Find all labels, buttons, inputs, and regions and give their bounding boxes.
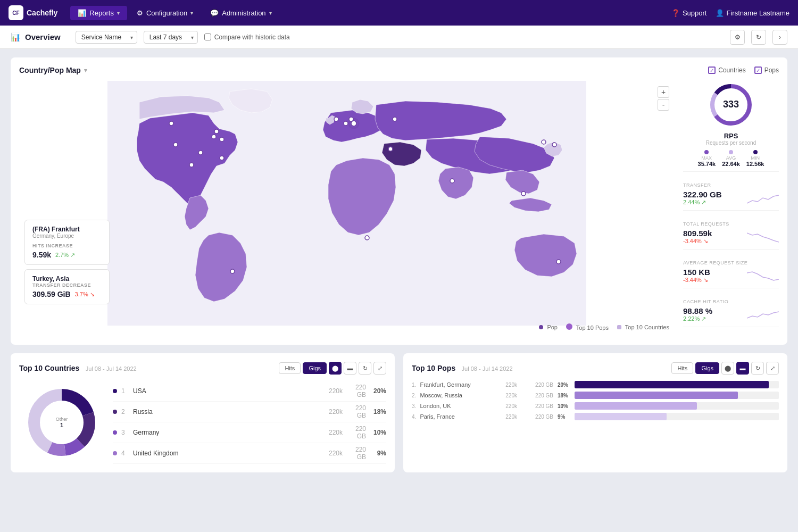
date-range-select[interactable]: Last 7 days (144, 31, 198, 44)
countries-gigs-btn[interactable]: Gigs (303, 362, 327, 374)
legend-pop: Pop (539, 324, 558, 330)
nav-item-configuration[interactable]: ⚙ Configuration ▾ (129, 6, 201, 20)
pops-bar-chart: 1. Frankfurt, Germany 220k 220 GB 20% (412, 381, 779, 420)
pop-sydney[interactable] (556, 260, 561, 264)
pop-miami[interactable] (220, 156, 224, 160)
reports-icon: 📊 (78, 9, 86, 17)
map-title[interactable]: Country/Pop Map ▾ (19, 66, 87, 74)
compare-checkbox[interactable]: Compare with historic data (204, 34, 290, 41)
table-row: 2 Russia 220k 220 GB 18% (113, 402, 386, 422)
nav-logo[interactable]: CF Cachefly (9, 5, 64, 20)
legend-pops[interactable]: Pops (754, 66, 779, 74)
countries-expand-btn[interactable]: ⤢ (373, 362, 386, 375)
countries-refresh-btn[interactable]: ↻ (359, 362, 371, 375)
overview-icon: 📊 (11, 32, 21, 42)
legend-countries[interactable]: Countries (708, 66, 745, 74)
bar-fill (575, 392, 738, 399)
pop-tokyo[interactable] (552, 143, 556, 147)
rps-title: RPS (724, 132, 738, 140)
user-menu[interactable]: 👤 Firstname Lastname (716, 9, 790, 17)
legend-countries-label: Countries (718, 66, 745, 74)
nav-item-administration[interactable]: 💬 Administration ▾ (203, 6, 279, 20)
refresh-button[interactable]: ↻ (751, 30, 766, 45)
support-button[interactable]: ❓ Support (671, 9, 707, 17)
pops-title-area: Top 10 Pops Jul 08 - Jul 14 2022 (412, 364, 513, 372)
pops-checkbox[interactable] (754, 66, 762, 74)
world-map (19, 81, 675, 326)
top10countries-dot-legend (617, 325, 621, 329)
pop-seoul[interactable] (542, 140, 546, 144)
metric-avg-size: AVERAGE REQUEST SIZE 150 KB -3.44% ↘ (683, 256, 779, 288)
pop-vancouver[interactable] (169, 121, 173, 126)
pop-paris[interactable] (344, 121, 348, 126)
bar-hits: 220k (485, 393, 517, 398)
pops-hits-btn[interactable]: Hits (671, 362, 693, 374)
service-name-select[interactable]: Service Name (76, 31, 137, 44)
row-dot (113, 430, 117, 435)
bar-hits: 220k (485, 403, 517, 409)
svg-text:Other: Other (56, 417, 68, 422)
pop-turkey[interactable] (388, 147, 393, 151)
pops-bar-btn[interactable]: ▬ (736, 362, 749, 375)
bar-row: 1. Frankfurt, Germany 220k 220 GB 20% (412, 381, 779, 388)
pop-saopaulo[interactable] (230, 269, 235, 273)
pop-singapore[interactable] (521, 192, 526, 196)
zoom-out-button[interactable]: - (658, 99, 669, 111)
bar-fill (575, 413, 667, 420)
pop-mumbai[interactable] (450, 179, 454, 183)
pop-london[interactable] (334, 117, 338, 121)
countries-hits-btn[interactable]: Hits (279, 362, 301, 374)
navbar: CF Cachefly 📊 Reports ▾ ⚙ Configuration … (0, 0, 798, 26)
bar-hits: 220k (485, 414, 517, 420)
countries-donut-svg: Other 1 (27, 388, 96, 457)
rps-avg-dot (729, 150, 733, 154)
rps-stats: MAX 35.74k AVG 22.64k MIN 12.56k (698, 150, 764, 167)
pops-gigs-btn[interactable]: Gigs (695, 362, 719, 374)
pop-dallas[interactable] (198, 151, 203, 155)
bar-gigs: 220 GB (521, 382, 553, 388)
row-dot (113, 410, 117, 414)
turkey-stat-label: TRANSFER DECREASE (32, 282, 102, 288)
forward-button[interactable]: › (772, 30, 787, 45)
turkey-pct: 3.7% ↘ (75, 291, 95, 298)
pop-la[interactable] (173, 143, 178, 147)
countries-donut-btn[interactable]: ⬤ (329, 362, 342, 375)
pop-toronto[interactable] (214, 129, 219, 134)
table-row: 1 USA 220k 220 GB 20% (113, 381, 386, 402)
metric-cache-row: 98.88 % 2.22% ↗ (683, 306, 779, 322)
map-title-text: Country/Pop Map (19, 66, 81, 74)
map-card-turkey: Turkey, Asia TRANSFER DECREASE 309.59 Gi… (24, 269, 110, 304)
pops-donut-btn[interactable]: ⬤ (721, 362, 734, 375)
frankfurt-subtitle: Germany, Europe (32, 233, 102, 239)
pop-johannesburg[interactable] (365, 236, 369, 240)
countries-checkbox[interactable] (708, 66, 716, 74)
pops-expand-btn[interactable]: ⤢ (766, 362, 779, 375)
pops-refresh-btn[interactable]: ↻ (751, 362, 764, 375)
countries-bar-btn[interactable]: ▬ (344, 362, 356, 375)
pop-amsterdam[interactable] (349, 117, 353, 121)
map-info-cards: (FRA) Frankfurt Germany, Europe HITS INC… (24, 220, 110, 304)
map-title-chevron: ▾ (84, 67, 87, 74)
zoom-in-button[interactable]: + (658, 86, 669, 98)
filter-button[interactable]: ⚙ (730, 30, 745, 45)
frankfurt-value: 9.59k 2.7% ↗ (32, 251, 102, 259)
compare-checkbox-input[interactable] (204, 34, 211, 40)
countries-title-area: Top 10 Countries Jul 08 - Jul 14 2022 (19, 364, 137, 372)
map-card-frankfurt: (FRA) Frankfurt Germany, Europe HITS INC… (24, 220, 110, 265)
frankfurt-number: 9.59k (32, 251, 51, 259)
rps-min-dot (753, 150, 758, 154)
map-bottom-legend: Pop Top 10 Pops Top 10 Countries (539, 323, 669, 331)
logo-text: Cachefly (27, 9, 57, 17)
size-sparkline (747, 268, 779, 284)
admin-icon: 💬 (210, 9, 219, 17)
pop-chicago[interactable] (212, 135, 216, 139)
bar-label: 3. London, UK (412, 403, 481, 409)
pop-moscow[interactable] (393, 117, 397, 121)
countries-header: Top 10 Countries Jul 08 - Jul 14 2022 Hi… (19, 362, 386, 375)
rps-min: MIN 12.56k (746, 150, 764, 167)
nav-item-reports[interactable]: 📊 Reports ▾ (70, 6, 127, 20)
pop-nyc[interactable] (220, 137, 224, 142)
turkey-number: 309.59 GiB (32, 290, 71, 298)
pop-mexico[interactable] (189, 163, 194, 167)
bar-gigs: 220 GB (521, 403, 553, 409)
